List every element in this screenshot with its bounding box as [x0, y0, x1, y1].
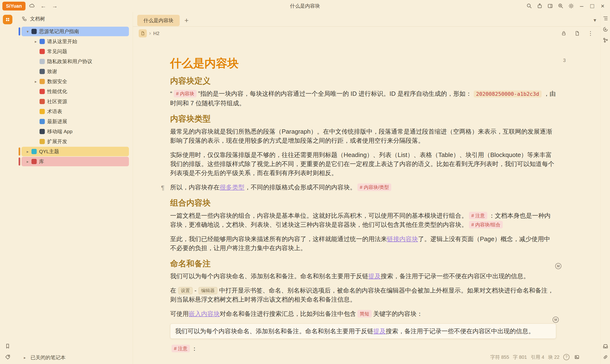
panel-layout-icon[interactable] [545, 1, 555, 11]
doc-label: 隐私政策和用户协议 [47, 58, 92, 65]
memo-badge[interactable]: M [555, 263, 561, 269]
doc-tree-item[interactable]: 致谢 [21, 67, 129, 76]
tag-block-type[interactable]: # 内容块/类型 [357, 183, 391, 191]
doc-tree-item[interactable]: 常见问题 [21, 47, 129, 56]
tab-active[interactable]: 什么是内容块 [137, 15, 180, 26]
doc-label: 请从这里开始 [47, 38, 77, 45]
new-tab-icon[interactable]: + [184, 16, 189, 25]
zoom-icon[interactable] [556, 1, 566, 11]
closed-notebooks-toggle[interactable]: ▸ 已关闭的笔记本 [15, 351, 133, 364]
help-icon[interactable]: ? [563, 354, 570, 360]
link-icon[interactable] [602, 354, 609, 360]
chevron-right-icon[interactable]: ▸ [24, 149, 31, 154]
chevron-down-icon[interactable]: ▾ [24, 29, 31, 34]
paragraph-block[interactable]: ¶ 所以，内容块存在很多类型，不同的排版格式会形成不同的内容块。# 内容块/类型 [170, 183, 556, 192]
text: 指的是一块内容，每块这样的内容通过一个全局唯一的 ID 进行标识。ID 是程序自… [200, 90, 472, 97]
ref-link-embed-block[interactable]: 嵌入内容块 [189, 310, 220, 317]
paragraph-block[interactable]: 最常见的内容块就是我们所熟悉的段落（Paragraph）。在中文传统排版中，段落… [170, 127, 556, 145]
pilcrow-marker-icon: ¶ [161, 183, 164, 192]
tag-content-block[interactable]: # 内容块 [174, 90, 197, 97]
paragraph-block[interactable]: 实际使用时，仅仅靠段落排版是不够的，往往还需要用到标题（Heading）、列表（… [170, 150, 556, 178]
doc-label: 最新进展 [47, 118, 67, 125]
doc-tree-icon [21, 16, 27, 22]
text: 搜索，备注用于记录一些不便在内容区中出现的信息。 [386, 327, 534, 335]
ref-count-badge[interactable]: 3 [563, 58, 566, 63]
chevron-right-icon[interactable]: ▸ [24, 159, 31, 164]
breadcrumb-heading-segment[interactable]: H2 [153, 31, 159, 36]
right-dock-rail [600, 12, 610, 364]
notebook-qyl-theme[interactable]: ▸ QYL主题 [21, 147, 129, 156]
bookmark-icon[interactable] [4, 343, 11, 349]
doc-tree-item[interactable]: 社区资源 [21, 97, 129, 106]
paragraph-block[interactable]: 可使用嵌入内容块对命名和备注进行搜索汇总，比如列出备注中包含简短关键字的内容块： [170, 309, 556, 318]
workspace-icon[interactable] [3, 15, 13, 24]
doc-label: 扩展开发 [47, 138, 67, 145]
image-export-icon[interactable] [573, 353, 581, 361]
tag-block-combine[interactable]: # 内容块/组合 [469, 221, 503, 228]
search-icon[interactable] [524, 1, 534, 11]
appearance-theme-icon[interactable] [566, 1, 576, 11]
paragraph-block[interactable]: M 我们可以为每个内容块命名、添加别名和备注。命名和别名主要用于反链提及搜索，备… [170, 272, 556, 281]
doc-tree-item[interactable]: 扩展开发 [21, 137, 129, 146]
outline-icon[interactable] [602, 15, 609, 21]
text: 对命名和备注进行搜索汇总，比如列出备注中包含 [220, 310, 356, 317]
ref-link-mention[interactable]: 提及 [368, 273, 381, 280]
tag-note[interactable]: # 注意 [171, 345, 190, 352]
tag-note[interactable]: # 注意 [469, 212, 487, 219]
ref-link-link-blocks[interactable]: 链接内容块 [387, 235, 418, 243]
notebook-user-guide[interactable]: ▾ 思源笔记用户指南 [21, 27, 129, 36]
ref-link-many-types[interactable]: 很多类型 [220, 184, 245, 191]
maximize-icon[interactable]: □ [587, 1, 597, 11]
readonly-lock-icon[interactable] [559, 29, 568, 38]
memo-badge[interactable]: M [553, 317, 559, 323]
paragraph-block[interactable]: 一篇文档是一些内容块的组合，内容块是基本单位。这就好比乐高积木，可以使用不同的基… [170, 211, 556, 229]
embed-block[interactable]: M 我们可以为每个内容块命名、添加别名和备注。命名和别名主要用于反链提及搜索，备… [170, 324, 556, 339]
ref-link-mention[interactable]: 提及 [373, 327, 386, 335]
doc-tree-item[interactable]: 隐私政策和用户协议 [21, 57, 129, 66]
forward-icon[interactable]: → [50, 1, 60, 11]
doc-tree-item[interactable]: ▸ 请从这里开始 [21, 37, 129, 46]
doc-tree-item[interactable]: 性能优化 [21, 87, 129, 96]
chevron-right-icon[interactable]: ▸ [32, 79, 39, 84]
breadcrumb-doc-icon[interactable] [139, 29, 147, 37]
close-icon[interactable]: × [597, 1, 608, 11]
doc-tree-item[interactable]: ▸ 数据安全 [21, 77, 129, 86]
marketplace-icon[interactable] [535, 1, 545, 11]
back-icon[interactable]: ← [38, 1, 48, 11]
paragraph-block[interactable]: 至此，我们已经能够用内容块来描述所有的内容了，这样就能通过统一的用法来链接内容块… [170, 234, 556, 252]
minimize-icon[interactable]: – [577, 1, 587, 11]
heading-block-definition: 内容块定义 [170, 76, 556, 86]
text: 一篇文档是一些内容块的组合，内容块是基本单位。这就好比乐高积木，可以使用不同的基… [170, 212, 467, 219]
heading-combine-blocks: 组合内容块 [170, 198, 556, 208]
graph-icon[interactable] [602, 37, 609, 43]
text: ： [191, 345, 197, 352]
chevron-right-icon[interactable]: ▸ [32, 39, 39, 44]
paragraph-block[interactable]: # 注意： [170, 344, 556, 353]
paragraph-block[interactable]: “# 内容块”指的是一块内容，每块这样的内容通过一个全局唯一的 ID 进行标识。… [170, 89, 556, 108]
text: 中打开显示书签、命名、别名标识选项后，被命名的内容块在编辑器中会被加上外框显示。… [170, 287, 554, 303]
tab-label: 什么是内容块 [143, 18, 173, 23]
doc-tree-item[interactable]: 最新进展 [21, 117, 129, 126]
embedded-paragraph: 我们可以为每个内容块命名、添加别名和备注。命名和别名主要用于反链提及搜索，备注用… [175, 327, 551, 336]
notebook-library[interactable]: ▸ 库 [21, 157, 129, 166]
tag-icon[interactable] [4, 354, 11, 360]
stat-chars: 字符 855 [490, 354, 509, 360]
paragraph-block[interactable]: 在设置-编辑器中打开显示书签、命名、别名标识选项后，被命名的内容块在编辑器中会被… [170, 286, 556, 304]
doc-tree-item[interactable]: 移动端 App [21, 127, 129, 136]
doc-label: 术语表 [47, 108, 62, 115]
notebook-color-bar [19, 147, 20, 156]
siyuan-logo-button[interactable]: SiYuan [2, 2, 26, 11]
doc-title-text: 什么是内容块 [170, 57, 239, 70]
backlink-icon[interactable] [602, 26, 609, 32]
doc-file-icon[interactable] [573, 29, 581, 38]
inbox-icon[interactable] [602, 343, 609, 349]
kbd-settings: 设置 [178, 287, 193, 294]
chevron-down-icon[interactable]: ▾ [594, 17, 596, 23]
cloud-sync-icon[interactable] [27, 1, 37, 11]
doc-label: 常见问题 [47, 48, 67, 55]
editor[interactable]: 什么是内容块 3 内容块定义 “# 内容块”指的是一块内容，每块这样的内容通过一… [133, 40, 600, 364]
tag-short[interactable]: 简短 [357, 310, 372, 318]
doc-tree-item[interactable]: 术语表 [21, 107, 129, 116]
main-area: 什么是内容块 + ▾ › H2 ⋮ [133, 12, 600, 364]
more-options-icon[interactable]: ⋮ [586, 29, 595, 38]
